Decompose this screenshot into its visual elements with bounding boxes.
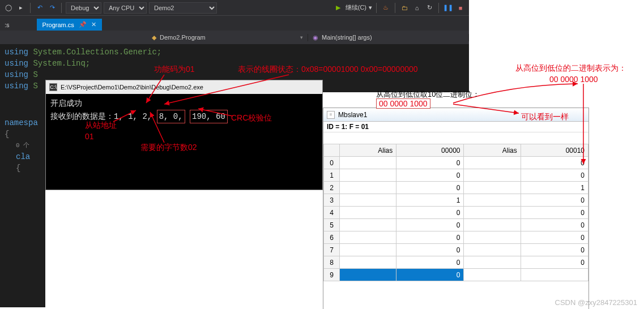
col-rownum	[324, 144, 340, 157]
cell-alias1[interactable]	[340, 194, 396, 207]
cell-alias1[interactable]	[340, 219, 396, 231]
mbslave-titlebar[interactable]: ≡ Mbslave1	[323, 108, 588, 122]
table-row[interactable]: 6 0 0	[324, 231, 588, 244]
hot-reload-icon[interactable]: ♨	[381, 3, 391, 13]
cell-v1[interactable]: 0	[396, 269, 464, 281]
cell-alias2[interactable]	[464, 182, 521, 194]
method-label: Main(string[] args)	[322, 34, 372, 41]
cell-v1[interactable]: 0	[396, 182, 464, 194]
stop-icon[interactable]: ■	[455, 3, 466, 13]
cell-alias1[interactable]	[340, 157, 396, 169]
cell-v1[interactable]: 0	[396, 244, 464, 256]
cell-v2[interactable]: 0	[521, 194, 588, 207]
forward-icon[interactable]: ▸	[16, 3, 26, 13]
cell-alias1[interactable]	[340, 256, 396, 269]
method-dropdown[interactable]: ◉ Main(string[] args)	[308, 34, 469, 41]
cell-alias2[interactable]	[464, 194, 521, 207]
table-row[interactable]: 1 0 0	[324, 169, 588, 182]
cell-v2[interactable]: 0	[521, 219, 588, 231]
cell-v2[interactable]	[521, 269, 588, 281]
cell-alias1[interactable]	[340, 269, 396, 281]
app-icon[interactable]: ⌂	[412, 3, 422, 13]
row-num: 9	[324, 269, 340, 281]
table-row[interactable]: 8 0 0	[324, 256, 588, 269]
cell-v1[interactable]: 1	[396, 194, 464, 207]
cell-alias2[interactable]	[464, 269, 521, 281]
cell-v1[interactable]: 0	[396, 169, 464, 182]
row-num: 8	[324, 256, 340, 269]
cell-alias1[interactable]	[340, 182, 396, 194]
col-00010: 00010	[521, 144, 588, 157]
console-line-2: 接收到的数据是：1, 1, 2, 8, 0, 190, 60	[50, 110, 318, 123]
row-num: 2	[324, 182, 340, 194]
col-00000: 00000	[396, 144, 464, 157]
table-row[interactable]: 9 0	[324, 269, 588, 281]
cell-alias1[interactable]	[340, 244, 396, 256]
cell-v2[interactable]: 0	[521, 244, 588, 256]
code-editor-left[interactable]: namespa { 0 个 cla {	[0, 92, 45, 307]
undo-icon[interactable]: ↶	[35, 3, 45, 13]
tab-strip: :s Program.cs 📌 ✕	[0, 16, 469, 31]
tab-label: Program.cs	[42, 22, 74, 28]
tab-other[interactable]: :s	[0, 19, 14, 31]
row-num: 7	[324, 244, 340, 256]
cell-v1[interactable]: 0	[396, 157, 464, 169]
table-row[interactable]: 3 1 0	[324, 194, 588, 207]
cell-alias2[interactable]	[464, 244, 521, 256]
table-row[interactable]: 4 0 0	[324, 207, 588, 219]
cell-alias1[interactable]	[340, 231, 396, 244]
cell-alias2[interactable]	[464, 256, 521, 269]
console-window: C:\ E:\VSProject\Demo1\Demo2\bin\Debug\D…	[45, 80, 323, 190]
cell-alias2[interactable]	[464, 231, 521, 244]
pin-icon[interactable]: 📌	[79, 21, 87, 28]
cell-v1[interactable]: 0	[396, 256, 464, 269]
mbslave-table[interactable]: Alias 00000 Alias 00010 0 0 01 0 02 0 13…	[323, 144, 588, 281]
doc-icon: ≡	[327, 111, 335, 119]
project-dropdown[interactable]: Demo2	[149, 2, 217, 14]
table-row[interactable]: 0 0 0	[324, 157, 588, 169]
class-icon: ◆	[152, 34, 156, 41]
cell-v2[interactable]: 0	[521, 231, 588, 244]
console-titlebar[interactable]: C:\ E:\VSProject\Demo1\Demo2\bin\Debug\D…	[46, 80, 322, 94]
cell-v2[interactable]: 0	[521, 169, 588, 182]
redo-icon[interactable]: ↷	[47, 3, 57, 13]
col-alias-2: Alias	[464, 144, 521, 157]
cell-v2[interactable]: 0	[521, 207, 588, 219]
cell-alias1[interactable]	[340, 207, 396, 219]
mbslave-title: Mbslave1	[338, 111, 367, 119]
cell-alias2[interactable]	[464, 169, 521, 182]
console-line-1: 开启成功	[50, 97, 318, 110]
back-icon[interactable]: ◯	[3, 3, 14, 13]
close-icon[interactable]: ✕	[91, 21, 96, 28]
cell-alias2[interactable]	[464, 157, 521, 169]
class-dropdown[interactable]: ◆ Demo2.Program ▾	[147, 34, 308, 41]
tab-program-cs[interactable]: Program.cs 📌 ✕	[37, 19, 102, 31]
cell-v1[interactable]: 0	[396, 231, 464, 244]
table-row[interactable]: 2 0 1	[324, 182, 588, 194]
breadcrumb: ◆ Demo2.Program ▾ ◉ Main(string[] args)	[0, 31, 469, 44]
highlighted-bytes-1: 8, 0,	[157, 110, 185, 123]
cell-v1[interactable]: 0	[396, 219, 464, 231]
refresh-icon[interactable]: ↻	[424, 3, 434, 13]
cell-alias2[interactable]	[464, 207, 521, 219]
row-num: 4	[324, 207, 340, 219]
pause-icon[interactable]: ❚❚	[443, 3, 453, 13]
console-path: E:\VSProject\Demo1\Demo2\bin\Debug\Demo2…	[61, 84, 203, 91]
table-row[interactable]: 7 0 0	[324, 244, 588, 256]
cell-alias1[interactable]	[340, 169, 396, 182]
exe-icon: C:\	[49, 83, 57, 91]
ann-bits2: 00 0000 1000	[549, 75, 598, 84]
cell-v2[interactable]: 0	[521, 157, 588, 169]
cell-v2[interactable]: 1	[521, 182, 588, 194]
cell-alias2[interactable]	[464, 219, 521, 231]
config-dropdown[interactable]: Debug	[66, 2, 101, 14]
watermark: CSDN @zxy2847225301	[555, 298, 637, 307]
platform-dropdown[interactable]: Any CPU	[104, 2, 147, 14]
row-num: 3	[324, 194, 340, 207]
continue-icon[interactable]: ▶	[333, 3, 343, 13]
folder-icon[interactable]: 🗀	[399, 3, 410, 13]
cell-v2[interactable]: 0	[521, 256, 588, 269]
continue-label[interactable]: 继续(C)	[346, 3, 366, 12]
cell-v1[interactable]: 0	[396, 207, 464, 219]
table-row[interactable]: 5 0 0	[324, 219, 588, 231]
